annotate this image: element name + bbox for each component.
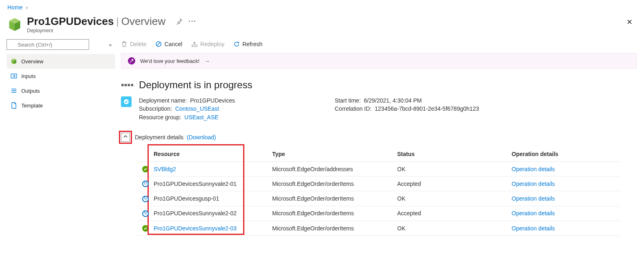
- sidebar-item-outputs[interactable]: Outputs: [7, 83, 115, 98]
- feedback-banner[interactable]: We'd love your feedback! →: [121, 53, 637, 69]
- success-icon: [142, 166, 149, 172]
- inputs-icon: [11, 73, 17, 79]
- progress-dots-icon: ▪▪▪▪: [121, 80, 132, 90]
- correlation-id-label: Correlation ID:: [335, 105, 371, 112]
- status-text: Accepted: [392, 176, 507, 191]
- cube-icon: [11, 58, 17, 65]
- inprogress-icon: [142, 181, 149, 187]
- outputs-icon: [11, 87, 17, 94]
- sidebar-item-inputs[interactable]: Inputs: [7, 69, 115, 83]
- breadcrumb-home[interactable]: Home: [7, 4, 22, 11]
- resource-group-label: Resource group:: [139, 114, 181, 121]
- operation-details-link[interactable]: Operation details: [512, 181, 555, 187]
- toolbar-label: Cancel: [164, 41, 182, 47]
- deployment-name-label: Deployment name:: [139, 97, 187, 104]
- toolbar-label: Refresh: [242, 41, 262, 47]
- sidebar-item-label: Overview: [21, 58, 43, 65]
- refresh-button[interactable]: Refresh: [233, 41, 262, 47]
- svg-rect-14: [192, 45, 197, 47]
- redeploy-icon: [191, 41, 198, 47]
- status-text: Accepted: [392, 206, 507, 221]
- chevron-right-icon: ›: [26, 4, 28, 11]
- page-header: Pro1GPUDevices | Overview ··· Deployment…: [0, 13, 644, 38]
- toolbar-label: Delete: [130, 41, 146, 47]
- success-icon: [142, 225, 149, 232]
- close-icon: ✕: [626, 18, 633, 27]
- table-header-opdetails: Operation details: [507, 147, 620, 162]
- search-input[interactable]: [7, 39, 89, 50]
- table-row: Pro1GPUDevicesgusp-01Microsoft.EdgeOrder…: [137, 191, 620, 206]
- sidebar: « Overview Inputs Outputs Template: [0, 38, 119, 246]
- sidebar-item-label: Inputs: [21, 73, 36, 79]
- operation-details-link[interactable]: Operation details: [512, 166, 555, 172]
- deployment-icon: [7, 17, 22, 32]
- deployment-details-left: Deployment name: Pro1GPUDevices Subscrip…: [139, 96, 235, 121]
- table-header-type: Type: [267, 147, 392, 162]
- svg-line-13: [157, 42, 160, 46]
- status-title: Deployment is in progress: [139, 79, 252, 91]
- inprogress-icon: [142, 196, 149, 202]
- type-text: Microsoft.EdgeOrder/orderItems: [267, 206, 392, 221]
- table-header-resource: Resource: [149, 147, 267, 162]
- main-content: Delete Cancel Redeploy Refresh We'd love…: [119, 38, 644, 246]
- close-button[interactable]: ✕: [622, 15, 637, 29]
- toggle-deployment-details[interactable]: [121, 133, 130, 142]
- trash-icon: [121, 41, 127, 47]
- chevron-double-left-icon: «: [109, 42, 112, 48]
- sidebar-item-label: Outputs: [21, 88, 40, 94]
- feedback-text: We'd love your feedback!: [140, 58, 199, 64]
- toolbar: Delete Cancel Redeploy Refresh: [119, 38, 637, 53]
- page-subtitle: Deployment: [27, 28, 199, 33]
- status-text: OK: [392, 221, 507, 236]
- page-title: Pro1GPUDevices: [27, 15, 114, 28]
- table-row: Pro1GPUDevicesSunnyvale2-01Microsoft.Edg…: [137, 176, 620, 191]
- resource-link[interactable]: Pro1GPUDevicesSunnyvale2-03: [154, 225, 237, 232]
- template-icon: [11, 102, 17, 109]
- type-text: Microsoft.EdgeOrder/orderItems: [267, 176, 392, 191]
- resource-link[interactable]: SVBldg2: [154, 166, 176, 172]
- section-title: Deployment details: [135, 134, 183, 141]
- page-title-suffix: Overview: [121, 15, 165, 28]
- collapse-sidebar-button[interactable]: «: [105, 40, 115, 49]
- type-text: Microsoft.EdgeOrder/addresses: [267, 161, 392, 176]
- sidebar-item-label: Template: [21, 103, 43, 109]
- operation-details-link[interactable]: Operation details: [512, 210, 555, 217]
- toolbar-label: Redeploy: [200, 41, 224, 47]
- refresh-icon: [233, 41, 240, 47]
- feedback-icon: [128, 57, 135, 65]
- deployment-name-value: Pro1GPUDevices: [190, 97, 235, 104]
- download-link[interactable]: (Download): [187, 134, 216, 141]
- more-button[interactable]: ···: [186, 15, 199, 28]
- arrow-right-icon: →: [204, 58, 210, 64]
- pin-icon: [176, 18, 183, 25]
- correlation-id-value: 123456a-7bcd-8901-2e34-5f6789g0h123: [375, 105, 479, 112]
- type-text: Microsoft.EdgeOrder/orderItems: [267, 221, 392, 236]
- cancel-icon: [155, 41, 162, 47]
- delete-button: Delete: [121, 41, 146, 47]
- deployment-status-icon: [121, 96, 132, 107]
- type-text: Microsoft.EdgeOrder/orderItems: [267, 191, 392, 206]
- resource-text: Pro1GPUDevicesSunnyvale2-02: [154, 210, 237, 217]
- resource-text: Pro1GPUDevicesgusp-01: [154, 195, 219, 202]
- subscription-label: Subscription:: [139, 105, 172, 112]
- table-row: Pro1GPUDevicesSunnyvale2-03Microsoft.Edg…: [137, 221, 620, 236]
- table-row: Pro1GPUDevicesSunnyvale2-02Microsoft.Edg…: [137, 206, 620, 221]
- title-separator: |: [116, 16, 119, 27]
- sidebar-item-template[interactable]: Template: [7, 98, 115, 113]
- operation-details-link[interactable]: Operation details: [512, 195, 555, 202]
- pin-button[interactable]: [173, 15, 186, 28]
- breadcrumb: Home ›: [0, 0, 644, 13]
- subscription-link[interactable]: Contoso_USEast: [175, 105, 219, 112]
- resource-group-link[interactable]: USEast_ASE: [184, 114, 218, 121]
- sidebar-item-overview[interactable]: Overview: [7, 54, 115, 69]
- status-text: OK: [392, 191, 507, 206]
- chevron-up-icon: [123, 134, 128, 140]
- operation-details-link[interactable]: Operation details: [512, 225, 555, 232]
- table-row: SVBldg2Microsoft.EdgeOrder/addressesOKOp…: [137, 161, 620, 176]
- redeploy-button: Redeploy: [191, 41, 224, 47]
- cancel-button[interactable]: Cancel: [155, 41, 182, 47]
- status-text: OK: [392, 161, 507, 176]
- deployment-details-table: Resource Type Status Operation details S…: [137, 147, 620, 236]
- deployment-details-right: Start time: 6/29/2021, 4:30:04 PM Correl…: [335, 96, 479, 121]
- start-time-label: Start time:: [335, 97, 361, 104]
